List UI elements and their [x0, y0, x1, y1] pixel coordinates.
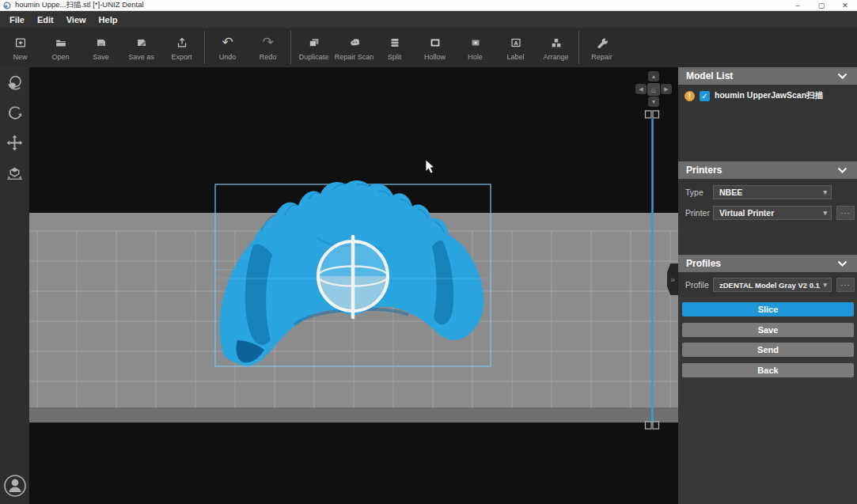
type-label: Type — [678, 188, 713, 197]
account-button[interactable] — [2, 472, 28, 499]
nav-home-button[interactable]: ⌂ — [647, 83, 660, 96]
view-nav-dpad: ▲ ◀ ⌂ ▶ ▼ — [635, 71, 672, 108]
profile-label: Profile — [678, 280, 713, 290]
orbit-view-tool[interactable] — [0, 67, 29, 97]
profile-dropdown[interactable]: zDENTAL Model Gray V2 0.1_defaul ▾ — [713, 278, 832, 292]
printers-title: Printers — [686, 165, 722, 176]
split-icon — [388, 35, 402, 51]
repair-icon — [595, 35, 609, 51]
model-checkbox[interactable]: ✓ — [700, 91, 710, 101]
dropdown-caret-icon: ▾ — [823, 281, 827, 289]
undo-button[interactable]: ↶ Undo — [207, 29, 248, 66]
save-as-button[interactable]: Save as — [121, 29, 161, 66]
panel-collapse-tab[interactable]: » — [667, 263, 678, 295]
view-toolbar — [0, 67, 29, 504]
rotate-tool[interactable] — [0, 97, 29, 127]
slider-top-handle[interactable] — [646, 111, 652, 118]
printers-header[interactable]: Printers — [678, 161, 857, 179]
toolbar: New Open Save Save as Export — [0, 28, 857, 67]
model-name: houmin UpperJawScan扫描 — [715, 90, 823, 101]
menu-view[interactable]: View — [60, 11, 93, 28]
open-button[interactable]: Open — [40, 29, 81, 66]
menu-help[interactable]: Help — [93, 11, 124, 28]
redo-icon: ↷ — [262, 35, 273, 51]
label-button[interactable]: A Label — [495, 29, 536, 66]
hole-icon — [468, 35, 483, 51]
redo-button[interactable]: ↷ Redo — [248, 29, 288, 66]
model-list-item[interactable]: ! ✓ houmin UpperJawScan扫描 — [684, 90, 851, 101]
maximize-button[interactable]: ▢ — [810, 0, 833, 10]
toolbar-divider — [204, 31, 205, 64]
save-action-button[interactable]: Save — [682, 323, 854, 337]
profiles-body: Profile zDENTAL Model Gray V2 0.1_defaul… — [678, 272, 857, 297]
hole-button[interactable]: Hole — [455, 29, 495, 66]
slice-button[interactable]: Slice — [682, 302, 854, 316]
split-button[interactable]: Split — [374, 29, 415, 66]
printer-label: Printer — [678, 208, 713, 218]
nav-right-button[interactable]: ▶ — [661, 84, 672, 94]
dropdown-caret-icon: ▾ — [823, 209, 827, 217]
nav-left-button[interactable]: ◀ — [635, 84, 647, 94]
toolbar-divider — [290, 31, 291, 64]
viewport-3d[interactable]: ▲ ◀ ⌂ ▶ ▼ — [29, 67, 678, 504]
save-as-icon — [135, 35, 149, 51]
back-button[interactable]: Back — [682, 363, 854, 377]
printer-dropdown[interactable]: Virtual Printer ▾ — [713, 206, 832, 220]
toolbar-divider — [578, 31, 579, 64]
repair-button[interactable]: Repair — [582, 29, 622, 66]
right-panel: Model List ! ✓ houmin UpperJawScan扫描 Pri… — [678, 67, 857, 504]
move-tool[interactable] — [0, 127, 29, 157]
slider-bottom-handle[interactable] — [653, 422, 659, 429]
chevron-down-icon — [837, 73, 848, 79]
scene-canvas — [29, 67, 678, 504]
export-button[interactable]: Export — [161, 29, 202, 66]
slider-bottom-handle[interactable] — [646, 422, 652, 429]
dropdown-caret-icon: ▾ — [823, 188, 827, 196]
svg-text:A: A — [514, 39, 518, 46]
slider-top-handle[interactable] — [653, 111, 659, 118]
model-list-title: Model List — [686, 70, 733, 81]
save-icon — [94, 35, 108, 51]
printer-type-dropdown[interactable]: NBEE ▾ — [713, 185, 832, 199]
duplicate-icon — [307, 35, 321, 51]
profiles-title: Profiles — [686, 258, 721, 269]
printers-body: Type NBEE ▾ Printer Virtual Printer ▾ ··… — [678, 179, 857, 255]
window-title: houmin Uppe...扫描.stl [*]-UNIZ Dental — [15, 0, 144, 10]
menu-edit[interactable]: Edit — [31, 11, 60, 28]
warning-icon: ! — [684, 91, 695, 101]
export-icon — [175, 35, 189, 51]
hollow-icon — [428, 35, 442, 51]
open-icon — [54, 35, 68, 51]
user-icon — [2, 473, 28, 498]
orient-icon — [6, 164, 24, 182]
rotate-icon — [6, 104, 24, 122]
new-button[interactable]: New — [0, 29, 40, 66]
new-icon — [13, 35, 28, 51]
printer-more-button[interactable]: ··· — [836, 206, 855, 220]
menubar: File Edit View Help — [0, 11, 857, 28]
chevron-right-icon: » — [670, 275, 675, 284]
arrange-button[interactable]: Arrange — [536, 29, 576, 66]
undo-icon: ↶ — [222, 35, 233, 51]
orbit-view-icon — [6, 74, 24, 92]
save-button[interactable]: Save — [81, 29, 121, 66]
nav-up-button[interactable]: ▲ — [648, 71, 659, 81]
orient-tool[interactable] — [0, 157, 29, 188]
minimize-button[interactable]: – — [786, 0, 810, 10]
titlebar: houmin Uppe...扫描.stl [*]-UNIZ Dental – ▢… — [0, 0, 857, 11]
uniz-dental-window: houmin Uppe...扫描.stl [*]-UNIZ Dental – ▢… — [0, 0, 857, 504]
nav-down-button[interactable]: ▼ — [648, 97, 659, 107]
action-buttons: Slice Save Send Back — [678, 297, 857, 377]
arrange-icon — [549, 35, 563, 51]
repair-scan-button[interactable]: Repair Scan — [334, 29, 374, 66]
send-button[interactable]: Send — [682, 343, 854, 357]
menu-file[interactable]: File — [3, 11, 31, 28]
hollow-button[interactable]: Hollow — [415, 29, 455, 66]
chevron-down-icon — [837, 167, 848, 173]
duplicate-button[interactable]: Duplicate — [294, 29, 334, 66]
app-logo-icon — [3, 2, 11, 9]
profile-more-button[interactable]: ··· — [836, 278, 855, 292]
close-button[interactable]: ✕ — [833, 0, 857, 10]
profiles-header[interactable]: Profiles — [678, 255, 857, 272]
model-list-header[interactable]: Model List — [678, 67, 857, 85]
